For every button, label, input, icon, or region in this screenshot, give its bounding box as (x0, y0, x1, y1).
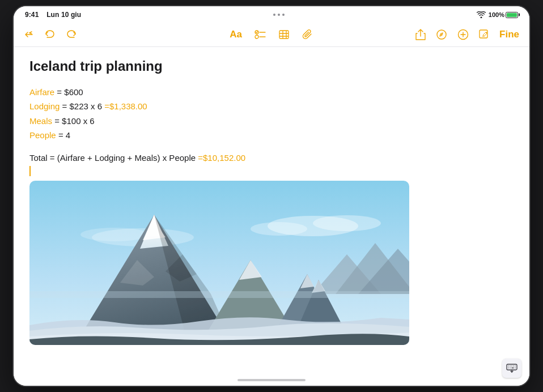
back-button[interactable] (23, 28, 35, 41)
share-button[interactable] (414, 28, 427, 41)
status-time: 9:41 (25, 11, 39, 19)
status-date: Lun 10 giu (46, 11, 81, 19)
airfare-var: Airfare (29, 87, 54, 97)
keyboard-dismiss-button[interactable] (502, 359, 521, 378)
redo-button[interactable] (65, 28, 78, 41)
svg-rect-37 (29, 291, 409, 298)
status-right-icons: 100% (477, 11, 518, 18)
lodging-line: Lodging = $223 x 6 =$1,338.00 (29, 99, 514, 114)
done-button[interactable]: Fine (498, 28, 520, 41)
add-button[interactable] (456, 28, 470, 41)
toolbar-left-group (23, 28, 189, 41)
meals-expr: = $100 x 6 (54, 116, 94, 126)
airfare-line: Airfare = $600 (29, 85, 514, 100)
status-dot-3 (282, 14, 285, 16)
text-format-button[interactable]: Aa (228, 28, 243, 41)
status-bar: 9:41 Lun 10 giu 100% (14, 6, 529, 22)
note-title: Iceland trip planning (29, 58, 514, 75)
notes-toolbar: Aa (14, 22, 529, 47)
text-cursor (29, 166, 31, 176)
svg-point-1 (255, 35, 258, 39)
lodging-var: Lodging (29, 101, 60, 111)
airfare-expr: = $600 (57, 87, 83, 97)
status-dot-2 (278, 14, 280, 16)
status-time-date: 9:41 Lun 10 giu (25, 11, 81, 19)
undo-button[interactable] (43, 28, 57, 41)
battery-indicator: 100% (489, 11, 518, 18)
lodging-expr: = $223 x 6 (62, 101, 105, 111)
meals-line: Meals = $100 x 6 (29, 114, 514, 129)
battery-body (506, 12, 518, 18)
svg-point-10 (441, 34, 442, 35)
lodging-result: =$1,338.00 (104, 101, 147, 111)
wifi-icon (477, 11, 486, 18)
status-dot-1 (273, 14, 275, 16)
mountain-photo (29, 181, 409, 345)
note-content[interactable]: Iceland trip planning Airfare = $600 Lod… (14, 47, 529, 386)
total-expr: Total = (Airfare + Lodging + Meals) x Pe… (29, 153, 196, 163)
people-expr: = 4 (58, 130, 70, 140)
calculation-lines: Airfare = $600 Lodging = $223 x 6 =$1,33… (29, 85, 514, 143)
people-var: People (29, 130, 56, 140)
toolbar-center-group: Aa (189, 28, 355, 41)
checklist-button[interactable] (253, 28, 267, 41)
meals-var: Meals (29, 116, 52, 126)
svg-point-18 (313, 215, 381, 231)
svg-point-21 (80, 228, 149, 241)
people-line: People = 4 (29, 128, 514, 143)
total-result: =$10,152.00 (198, 153, 245, 163)
svg-rect-4 (279, 31, 289, 39)
svg-point-19 (251, 222, 307, 236)
markup-button[interactable] (435, 28, 448, 41)
battery-fill (507, 13, 517, 17)
attachment-button[interactable] (301, 28, 315, 41)
scroll-indicator (237, 379, 306, 381)
total-line: Total = (Airfare + Lodging + Meals) x Pe… (29, 151, 514, 165)
status-center-dots (273, 14, 285, 16)
battery-percent: 100% (489, 11, 504, 18)
edit-button[interactable] (478, 28, 490, 41)
toolbar-right-group: Fine (354, 28, 520, 41)
table-button[interactable] (277, 28, 291, 41)
ipad-frame: 9:41 Lun 10 giu 100% (14, 6, 529, 386)
svg-rect-38 (507, 364, 517, 370)
